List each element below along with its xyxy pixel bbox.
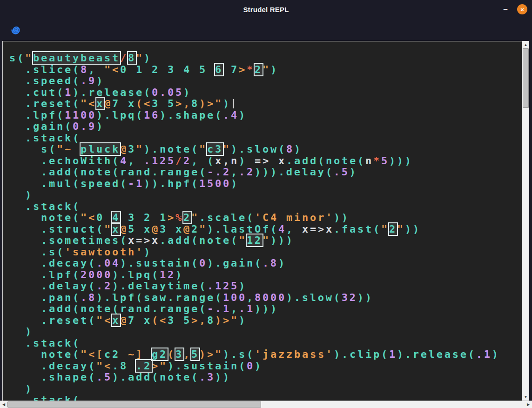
code-token: 32 (342, 292, 357, 303)
scroll-down-button[interactable]: ▼ (522, 394, 529, 400)
close-button[interactable]: × (517, 4, 527, 14)
window-title: Strudel REPL (243, 6, 289, 13)
code-line[interactable]: note("<0 4 3 2 1>%2".scale('C4 minor')) (9, 212, 522, 224)
code-token: .8 (263, 257, 278, 269)
code-token: " (199, 143, 207, 155)
vertical-scrollbar[interactable]: ▲ ▼ (522, 41, 529, 401)
code-token: .stack( (9, 337, 81, 349)
code-line[interactable]: .slice(8, "<0 1 2 3 4 5 6 7>*2") (9, 64, 522, 76)
code-line[interactable]: .decay(.04).sustain(0).gain(.8) (9, 258, 522, 269)
code-token (73, 143, 81, 155)
code-line[interactable]: s("~ pluck@3").note("c3").slow(8) (9, 144, 522, 155)
code-token: (< (152, 314, 168, 326)
code-token: 'C4 minor' (255, 212, 334, 223)
code-token: , (231, 303, 239, 314)
code-token: .echoWith( (9, 155, 120, 167)
code-token: ) (350, 166, 357, 178)
code-line[interactable]: .delay(.2).delaytime(.125) (9, 281, 522, 292)
code-token: ) (144, 246, 152, 258)
code-line[interactable]: ) (9, 189, 522, 201)
code-token: .scale( (199, 212, 255, 223)
code-token: 5 (381, 155, 389, 167)
text-caret (233, 99, 234, 108)
code-token: " (191, 212, 199, 223)
code-line[interactable]: .stack( (9, 395, 522, 401)
strudel-logo-icon[interactable] (9, 24, 22, 36)
code-token: .sometimes( (9, 234, 128, 246)
code-token: ) (239, 155, 255, 167)
code-token: 2 (183, 155, 191, 167)
code-line[interactable]: .struct("x@5 x@3 x@2").lastOf(4, x=>x.fa… (9, 224, 522, 235)
code-token: note( (9, 212, 81, 223)
code-token: ~ (128, 348, 136, 360)
minimize-button[interactable]: – (501, 7, 510, 12)
scroll-left-button[interactable]: ◀ (0, 401, 7, 408)
code-line[interactable]: .add(note(rand.range(-.1,.1))) (9, 303, 522, 315)
code-token: " (57, 143, 65, 155)
scroll-right-button[interactable]: ▶ (525, 401, 532, 408)
code-token: ).gain( (207, 257, 263, 269)
code-token: n (365, 155, 373, 167)
code-token: ).s( (223, 348, 255, 360)
code-token: x=>x (302, 223, 334, 235)
code-token: .1 (476, 348, 492, 360)
code-token: ) (144, 52, 152, 64)
code-line[interactable]: .add(note(rand.range(-.2,.2))).delay(.5) (9, 167, 522, 178)
titlebar[interactable]: Strudel REPL – × (0, 0, 532, 19)
code-token: / (175, 155, 183, 167)
code-line[interactable]: .stack( (9, 201, 522, 213)
code-token: " (381, 223, 389, 235)
code-line[interactable]: note("<[c2 ~] g2(3,5)>").s('jazzbass').c… (9, 349, 522, 361)
code-line[interactable]: .sometimes(x=>x.add(note("12"))) (9, 235, 522, 247)
code-token: 7 (128, 314, 144, 326)
code-token: ) (294, 143, 302, 155)
code-line[interactable]: .shape(.5).add(note(.3)) (9, 372, 522, 383)
code-token: " (397, 223, 405, 235)
code-line[interactable]: .gain(0.9) (9, 121, 522, 133)
code-token: " (160, 360, 168, 372)
code-line[interactable]: .stack( (9, 133, 522, 144)
code-line[interactable]: .reset("<x@7 x(<3 5>,8)>") (9, 98, 522, 110)
code-token: )) (334, 212, 350, 223)
code-line[interactable]: .stack( (9, 338, 522, 349)
code-token: ) (9, 383, 33, 395)
code-token: , (183, 348, 191, 360)
code-line[interactable]: ) (9, 383, 522, 395)
code-line[interactable]: .lpf(1100).lpq(16).shape(.4) (9, 110, 522, 121)
active-event-highlight: 6 (215, 64, 223, 75)
code-token: "< (96, 360, 112, 372)
code-line[interactable]: .cut(1).release(0.05) (9, 87, 522, 99)
code-token: )> (215, 314, 231, 326)
scroll-up-button[interactable]: ▲ (522, 41, 529, 48)
code-token: ).lpq( (112, 269, 160, 281)
horizontal-scroll-thumb[interactable] (7, 401, 261, 408)
code-token (270, 155, 278, 167)
code-token: 7 (112, 98, 128, 109)
horizontal-scrollbar[interactable]: ◀ ▶ (0, 401, 532, 408)
code-line[interactable]: .decay("<.8 .2>").sustain(0) (9, 361, 522, 372)
code-token: .3 (199, 371, 215, 383)
code-token: 8 (286, 143, 294, 155)
code-line[interactable]: .lpf(2000).lpq(12) (9, 269, 522, 281)
code-line[interactable]: .speed(.9) (9, 75, 522, 87)
code-token: ] (136, 348, 144, 360)
code-token: ) (278, 257, 286, 269)
code-line[interactable]: .pan(.8).lpf(saw.range(100,8000).slow(32… (9, 292, 522, 304)
code-token: / (120, 52, 128, 64)
code-line[interactable]: s("beautybeast/8") (9, 53, 522, 64)
code-token: 0 (96, 212, 112, 223)
active-event-highlight: .2 (136, 360, 152, 372)
code-token: ).release( (397, 348, 476, 360)
code-token: note( (9, 348, 81, 360)
code-token: * (247, 64, 255, 75)
vertical-scroll-thumb[interactable] (523, 48, 529, 108)
code-line[interactable]: ) (9, 326, 522, 338)
code-line[interactable]: .mul(speed(-1)).hpf(1500) (9, 178, 522, 190)
code-token: .8 (81, 292, 96, 303)
code-token: ) (239, 314, 247, 326)
code-line[interactable]: .echoWith(4, .125/2, (x,n) => x.add(note… (9, 155, 522, 167)
code-line[interactable]: .s('sawtooth') (9, 247, 522, 258)
code-line[interactable]: .reset("<x@7 x(<3 5>,8)>") (9, 315, 522, 327)
code-editor[interactable]: s("beautybeast/8") .slice(8, "<0 1 2 3 4… (2, 41, 522, 401)
code-token: .pan( (9, 292, 81, 303)
